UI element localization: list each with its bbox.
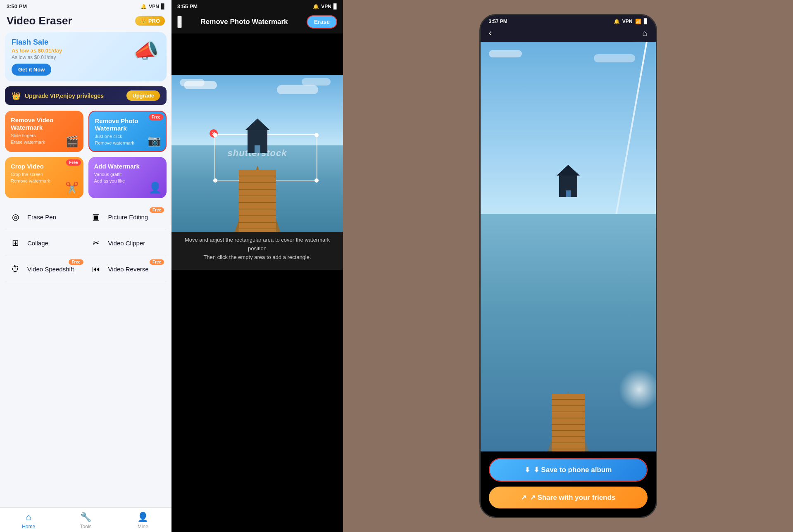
phone-battery-icon: ▊ <box>644 19 648 24</box>
camera-icon: 📷 <box>148 134 161 147</box>
photo-canvas: shutterstock ✕ Move and adjust the recta… <box>171 33 343 532</box>
phone-status-icons: 🔔 VPN 📶 ▊ <box>614 19 648 24</box>
phone-wifi-icon: 📶 <box>635 19 641 24</box>
free-tag-picture-editing: Free <box>150 207 164 213</box>
nav-mine-label: Mine <box>138 524 148 530</box>
vip-bar: 👑 Upgrade VIP,enjoy privileges Upgrade <box>5 86 167 105</box>
tool-picture-editing[interactable]: ▣ Picture Editing Free <box>86 204 167 230</box>
tool-video-speedshift[interactable]: ⏱ Video Speedshift Free <box>5 256 86 282</box>
vip-crown-icon: 👑 <box>12 91 21 100</box>
get-it-now-button[interactable]: Get it Now <box>12 64 51 76</box>
home-icon: ⌂ <box>26 512 31 522</box>
crown-icon: 👑 <box>140 18 147 24</box>
vpn-icon: VPN <box>149 4 159 10</box>
instruction-line-2: Then click the empty area to add a recta… <box>180 253 335 262</box>
cabin-door <box>255 145 260 153</box>
pier-boards <box>239 170 276 232</box>
nav-tools-label: Tools <box>80 524 91 530</box>
upgrade-button[interactable]: Upgrade <box>126 90 160 101</box>
tool-erase-pen[interactable]: ◎ Erase Pen <box>5 204 86 230</box>
tool-collage[interactable]: ⊞ Collage <box>5 230 86 256</box>
vip-left: 👑 Upgrade VIP,enjoy privileges <box>12 91 104 100</box>
instruction-line-1: Move and adjust the rectangular area to … <box>180 236 335 253</box>
nav-home[interactable]: ⌂ Home <box>0 512 57 530</box>
phone-photo-area <box>481 42 656 451</box>
nav-tools[interactable]: 🔧 Tools <box>57 512 114 530</box>
tools-list: ◎ Erase Pen ▣ Picture Editing Free ⊞ Col… <box>5 204 167 282</box>
status-icons-1: 🔔 VPN ▊ <box>141 4 165 10</box>
person-icon: 👤 <box>148 181 162 194</box>
time-3: 3:57 PM <box>489 19 507 24</box>
feature-remove-photo-watermark[interactable]: Free Remove Photo Watermark Just one cli… <box>88 111 167 152</box>
free-tag-photo: Free <box>149 114 163 120</box>
speedshift-icon: ⏱ <box>8 262 22 276</box>
erase-label: Erase <box>314 19 330 25</box>
phone-dock-photo <box>481 42 656 451</box>
erase-pen-icon: ◎ <box>8 210 22 224</box>
video-icon: 🎬 <box>65 135 79 148</box>
save-btn-label: ⬇ Save to phone album <box>533 466 612 474</box>
phone-home-icon[interactable]: ⌂ <box>642 28 647 38</box>
status-bar-2: 3:55 PM 🔔 VPN ▊ <box>171 0 343 12</box>
flash-text: Flash Sale As low as $0.01/day As low as… <box>12 38 62 76</box>
phone-back-button[interactable]: ‹ <box>489 28 492 38</box>
reverse-icon: ⏮ <box>89 262 103 276</box>
erase-button[interactable]: Erase <box>307 15 337 28</box>
feature-desc-3a: Various graffiti <box>94 172 161 177</box>
back-button-2[interactable]: ‹ <box>177 16 182 28</box>
time-1: 3:50 PM <box>7 3 27 10</box>
feature-remove-video-watermark[interactable]: Remove Video Watermark Slide fingers Era… <box>5 111 83 152</box>
tool-video-clipper[interactable]: ✂ Video Clipper <box>86 230 167 256</box>
panel-save-screen: 3:57 PM 🔔 VPN 📶 ▊ ‹ ⌂ <box>343 0 793 532</box>
battery-icon: ▊ <box>161 4 165 10</box>
share-button[interactable]: ↗ ↗ Share with your friends <box>489 487 648 508</box>
photo-top-black <box>171 33 343 75</box>
free-tag-speedshift: Free <box>69 259 83 265</box>
phone-cloud-1 <box>489 50 522 57</box>
nav-mine[interactable]: 👤 Mine <box>114 512 171 530</box>
feature-add-watermark[interactable]: Add Watermark Various graffiti Add as yo… <box>88 157 167 198</box>
video-clipper-icon: ✂ <box>89 236 103 250</box>
phone-frame: 3:57 PM 🔔 VPN 📶 ▊ ‹ ⌂ <box>479 14 657 518</box>
tool-video-reverse[interactable]: ⏮ Video Reverse Free <box>86 256 167 282</box>
mine-icon: 👤 <box>137 512 148 522</box>
tool-name-erase-pen: Erase Pen <box>27 214 56 221</box>
cabin-roof-shape <box>245 119 270 130</box>
scissors-icon: ✂️ <box>65 181 79 194</box>
cloud-3 <box>277 85 318 94</box>
phone-cloud-2 <box>594 54 635 62</box>
cloud-2 <box>180 79 205 86</box>
vpn-icon-2: VPN <box>321 4 331 10</box>
tool-name-speedshift: Video Speedshift <box>27 266 74 273</box>
share-icon: ↗ <box>521 493 526 502</box>
corner-tl <box>213 133 217 137</box>
share-btn-label: ↗ Share with your friends <box>530 493 616 502</box>
phone-status-bar: 3:57 PM 🔔 VPN 📶 ▊ <box>481 15 656 26</box>
phone-vpn-icon: VPN <box>622 19 633 24</box>
bottom-nav: ⌂ Home 🔧 Tools 👤 Mine <box>0 507 171 532</box>
download-icon: ⬇ <box>524 466 530 474</box>
notification-icon-2: 🔔 <box>313 4 319 10</box>
dock-photo: shutterstock ✕ <box>171 75 343 232</box>
panel-video-eraser: 3:50 PM 🔔 VPN ▊ Video Eraser 👑 PRO Flash… <box>0 0 171 532</box>
tool-name-collage: Collage <box>27 240 48 247</box>
feature-crop-video[interactable]: Free Crop Video Crop the screen Remove w… <box>5 157 83 198</box>
picture-editing-icon: ▣ <box>89 210 103 224</box>
flash-sub2: As low as $0.01/day <box>12 55 62 60</box>
free-tag-crop: Free <box>66 159 81 166</box>
collage-icon: ⊞ <box>8 236 22 250</box>
status-bar-1: 3:50 PM 🔔 VPN ▊ <box>0 0 171 11</box>
nav-home-label: Home <box>22 524 35 530</box>
megaphone-icon: 📣 <box>129 34 162 67</box>
vip-text: Upgrade VIP,enjoy privileges <box>25 93 104 99</box>
app-title: Video Eraser <box>7 14 72 27</box>
save-to-phone-button[interactable]: ⬇ ⬇ Save to phone album <box>490 459 647 481</box>
pro-badge: 👑 PRO <box>135 16 165 26</box>
phone-cabin-roof <box>557 165 580 176</box>
phone-bottom-actions: ⬇ ⬇ Save to phone album ↗ ↗ Share with y… <box>481 451 656 517</box>
feature-grid: Remove Video Watermark Slide fingers Era… <box>5 111 167 198</box>
tool-name-reverse: Video Reverse <box>108 266 149 273</box>
phone-pier-boards <box>552 394 585 451</box>
flash-subtitle: As low as $0.01/day <box>12 48 62 54</box>
battery-icon-2: ▊ <box>333 4 337 10</box>
